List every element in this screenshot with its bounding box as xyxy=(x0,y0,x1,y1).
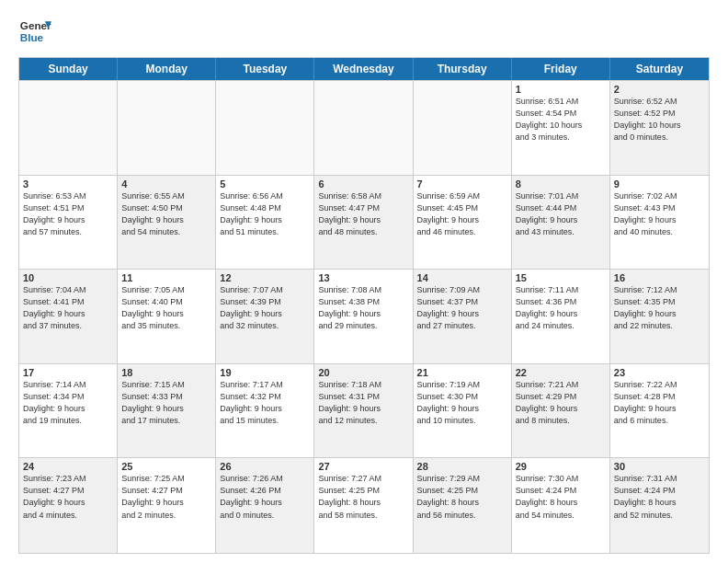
day-number: 4 xyxy=(121,178,211,190)
day-info: Sunrise: 7:29 AM Sunset: 4:25 PM Dayligh… xyxy=(417,473,507,521)
calendar-cell: 1Sunrise: 6:51 AM Sunset: 4:54 PM Daylig… xyxy=(512,81,610,175)
day-number: 30 xyxy=(614,461,705,472)
calendar-cell: 27Sunrise: 7:27 AM Sunset: 4:25 PM Dayli… xyxy=(314,458,413,553)
day-number: 17 xyxy=(23,367,113,378)
logo: General Blue xyxy=(18,15,51,48)
day-number: 9 xyxy=(614,178,705,190)
day-number: 16 xyxy=(614,272,705,283)
day-info: Sunrise: 7:05 AM Sunset: 4:40 PM Dayligh… xyxy=(121,284,211,332)
day-info: Sunrise: 7:30 AM Sunset: 4:24 PM Dayligh… xyxy=(516,473,606,521)
calendar-cell xyxy=(414,81,512,175)
calendar-cell: 21Sunrise: 7:19 AM Sunset: 4:30 PM Dayli… xyxy=(414,364,512,458)
weekday-header: Sunday xyxy=(19,58,118,80)
day-info: Sunrise: 7:31 AM Sunset: 4:24 PM Dayligh… xyxy=(614,473,705,521)
calendar-cell xyxy=(19,81,118,175)
page: General Blue SundayMondayTuesdayWednesda… xyxy=(0,0,728,563)
day-info: Sunrise: 7:14 AM Sunset: 4:34 PM Dayligh… xyxy=(23,379,113,427)
day-info: Sunrise: 7:21 AM Sunset: 4:29 PM Dayligh… xyxy=(516,379,606,427)
day-number: 18 xyxy=(121,367,211,378)
day-info: Sunrise: 7:27 AM Sunset: 4:25 PM Dayligh… xyxy=(318,473,408,521)
calendar-cell: 9Sunrise: 7:02 AM Sunset: 4:43 PM Daylig… xyxy=(610,176,709,270)
weekday-header: Tuesday xyxy=(216,58,314,80)
day-number: 7 xyxy=(417,178,507,190)
day-info: Sunrise: 6:53 AM Sunset: 4:51 PM Dayligh… xyxy=(23,190,113,238)
day-number: 27 xyxy=(318,461,408,472)
day-number: 23 xyxy=(614,367,705,378)
day-number: 11 xyxy=(121,272,211,283)
calendar-cell: 6Sunrise: 6:58 AM Sunset: 4:47 PM Daylig… xyxy=(314,176,413,270)
day-number: 25 xyxy=(121,461,211,472)
day-info: Sunrise: 7:04 AM Sunset: 4:41 PM Dayligh… xyxy=(23,284,113,332)
day-info: Sunrise: 6:56 AM Sunset: 4:48 PM Dayligh… xyxy=(220,190,310,238)
calendar-header: SundayMondayTuesdayWednesdayThursdayFrid… xyxy=(19,58,709,80)
calendar-cell: 29Sunrise: 7:30 AM Sunset: 4:24 PM Dayli… xyxy=(512,458,610,553)
calendar-cell: 23Sunrise: 7:22 AM Sunset: 4:28 PM Dayli… xyxy=(610,364,709,458)
day-number: 21 xyxy=(417,367,507,378)
calendar-cell: 16Sunrise: 7:12 AM Sunset: 4:35 PM Dayli… xyxy=(610,270,709,363)
calendar-cell: 19Sunrise: 7:17 AM Sunset: 4:32 PM Dayli… xyxy=(216,364,314,458)
day-info: Sunrise: 7:17 AM Sunset: 4:32 PM Dayligh… xyxy=(220,379,310,427)
day-number: 19 xyxy=(220,367,310,378)
calendar-cell: 26Sunrise: 7:26 AM Sunset: 4:26 PM Dayli… xyxy=(216,458,314,553)
day-number: 24 xyxy=(23,461,113,472)
day-info: Sunrise: 7:19 AM Sunset: 4:30 PM Dayligh… xyxy=(417,379,507,427)
calendar-cell: 15Sunrise: 7:11 AM Sunset: 4:36 PM Dayli… xyxy=(512,270,610,363)
day-info: Sunrise: 7:07 AM Sunset: 4:39 PM Dayligh… xyxy=(220,284,310,332)
calendar-cell xyxy=(216,81,314,175)
calendar: SundayMondayTuesdayWednesdayThursdayFrid… xyxy=(18,57,710,554)
day-number: 5 xyxy=(220,178,310,190)
day-info: Sunrise: 7:25 AM Sunset: 4:27 PM Dayligh… xyxy=(121,473,211,521)
calendar-cell: 18Sunrise: 7:15 AM Sunset: 4:33 PM Dayli… xyxy=(118,364,216,458)
day-number: 8 xyxy=(516,178,606,190)
day-info: Sunrise: 6:55 AM Sunset: 4:50 PM Dayligh… xyxy=(121,190,211,238)
day-info: Sunrise: 7:15 AM Sunset: 4:33 PM Dayligh… xyxy=(121,379,211,427)
day-number: 29 xyxy=(516,461,606,472)
day-number: 28 xyxy=(417,461,507,472)
calendar-cell: 8Sunrise: 7:01 AM Sunset: 4:44 PM Daylig… xyxy=(512,176,610,270)
header: General Blue xyxy=(18,15,710,48)
day-number: 10 xyxy=(23,272,113,283)
calendar-cell: 11Sunrise: 7:05 AM Sunset: 4:40 PM Dayli… xyxy=(118,270,216,363)
weekday-header: Thursday xyxy=(414,58,512,80)
weekday-header: Monday xyxy=(118,58,216,80)
calendar-cell: 30Sunrise: 7:31 AM Sunset: 4:24 PM Dayli… xyxy=(610,458,709,553)
day-number: 1 xyxy=(516,84,606,95)
calendar-cell: 22Sunrise: 7:21 AM Sunset: 4:29 PM Dayli… xyxy=(512,364,610,458)
calendar-cell: 17Sunrise: 7:14 AM Sunset: 4:34 PM Dayli… xyxy=(19,364,118,458)
calendar-cell: 25Sunrise: 7:25 AM Sunset: 4:27 PM Dayli… xyxy=(118,458,216,553)
weekday-header: Saturday xyxy=(610,58,709,80)
logo-icon: General Blue xyxy=(18,15,51,48)
day-info: Sunrise: 7:18 AM Sunset: 4:31 PM Dayligh… xyxy=(318,379,408,427)
day-info: Sunrise: 6:58 AM Sunset: 4:47 PM Dayligh… xyxy=(318,190,408,238)
calendar-cell: 4Sunrise: 6:55 AM Sunset: 4:50 PM Daylig… xyxy=(118,176,216,270)
day-number: 12 xyxy=(220,272,310,283)
svg-text:General: General xyxy=(20,19,51,31)
calendar-cell: 2Sunrise: 6:52 AM Sunset: 4:52 PM Daylig… xyxy=(610,81,709,175)
day-number: 14 xyxy=(417,272,507,283)
calendar-cell: 28Sunrise: 7:29 AM Sunset: 4:25 PM Dayli… xyxy=(414,458,512,553)
calendar-row: 24Sunrise: 7:23 AM Sunset: 4:27 PM Dayli… xyxy=(19,458,709,553)
calendar-row: 10Sunrise: 7:04 AM Sunset: 4:41 PM Dayli… xyxy=(19,270,709,364)
day-info: Sunrise: 7:11 AM Sunset: 4:36 PM Dayligh… xyxy=(516,284,606,332)
calendar-cell xyxy=(314,81,413,175)
day-info: Sunrise: 7:02 AM Sunset: 4:43 PM Dayligh… xyxy=(614,190,705,238)
day-number: 22 xyxy=(516,367,606,378)
calendar-cell: 24Sunrise: 7:23 AM Sunset: 4:27 PM Dayli… xyxy=(19,458,118,553)
calendar-cell: 14Sunrise: 7:09 AM Sunset: 4:37 PM Dayli… xyxy=(414,270,512,363)
calendar-row: 17Sunrise: 7:14 AM Sunset: 4:34 PM Dayli… xyxy=(19,364,709,459)
day-info: Sunrise: 7:08 AM Sunset: 4:38 PM Dayligh… xyxy=(318,284,408,332)
day-number: 13 xyxy=(318,272,408,283)
day-info: Sunrise: 7:01 AM Sunset: 4:44 PM Dayligh… xyxy=(516,190,606,238)
day-info: Sunrise: 7:26 AM Sunset: 4:26 PM Dayligh… xyxy=(220,473,310,521)
day-number: 20 xyxy=(318,367,408,378)
calendar-cell: 3Sunrise: 6:53 AM Sunset: 4:51 PM Daylig… xyxy=(19,176,118,270)
calendar-row: 1Sunrise: 6:51 AM Sunset: 4:54 PM Daylig… xyxy=(19,81,709,176)
day-info: Sunrise: 7:22 AM Sunset: 4:28 PM Dayligh… xyxy=(614,379,705,427)
calendar-cell: 20Sunrise: 7:18 AM Sunset: 4:31 PM Dayli… xyxy=(314,364,413,458)
calendar-cell xyxy=(118,81,216,175)
calendar-cell: 5Sunrise: 6:56 AM Sunset: 4:48 PM Daylig… xyxy=(216,176,314,270)
day-number: 2 xyxy=(614,84,705,95)
day-number: 6 xyxy=(318,178,408,190)
day-info: Sunrise: 6:59 AM Sunset: 4:45 PM Dayligh… xyxy=(417,190,507,238)
day-info: Sunrise: 6:51 AM Sunset: 4:54 PM Dayligh… xyxy=(516,96,606,144)
